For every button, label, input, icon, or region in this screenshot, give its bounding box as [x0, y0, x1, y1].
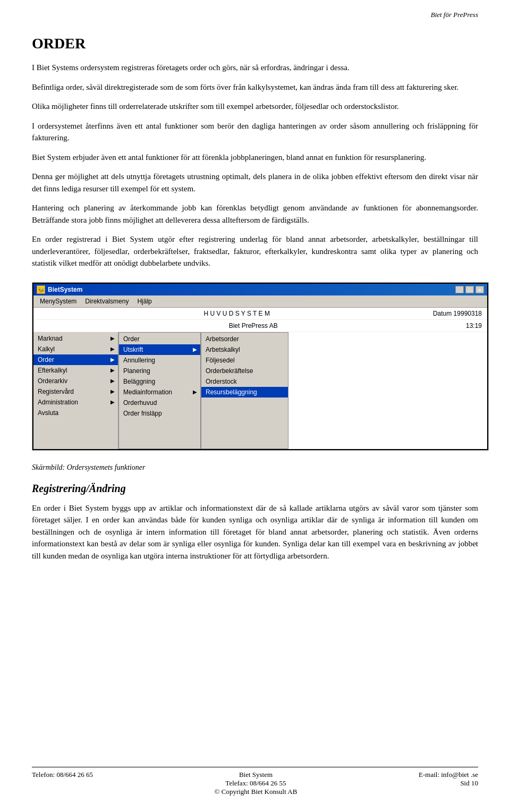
infobar-left — [39, 310, 40, 317]
order-submenu: Order Utskrift ▶ Annullering Planering B… — [118, 332, 201, 449]
arrow-icon: ▶ — [110, 357, 115, 362]
biet-window: 🐝 BietSystem _ □ × MenySystem Direktvals… — [32, 283, 488, 450]
submenu-utskrift[interactable]: Utskrift ▶ — [119, 344, 200, 355]
titlebar-buttons[interactable]: _ □ × — [455, 286, 484, 293]
header-title: Biet för PrePress — [431, 11, 478, 19]
arrow-icon: ▶ — [193, 389, 197, 395]
arrow-icon: ▶ — [110, 346, 115, 352]
arrow-icon: ▶ — [110, 335, 115, 341]
submenu-planering[interactable]: Planering — [119, 366, 200, 376]
paragraph-4: I ordersystemet återfinns även ett antal… — [32, 120, 478, 144]
footer-content: Telefon: 08/664 26 65 Biet System Telefa… — [32, 771, 478, 796]
footer-right: E-mail: info@biet .se Sid 10 — [419, 771, 478, 796]
menu-hjalp[interactable]: Hjälp — [133, 297, 156, 306]
sidebar-item-registervard[interactable]: Registervård ▶ — [33, 386, 118, 397]
paragraph-1: I Biet Systems ordersystem registreras f… — [32, 62, 478, 74]
footer-left: Telefon: 08/664 26 65 — [32, 771, 93, 796]
footer-page: Sid 10 — [419, 779, 478, 788]
titlebar: 🐝 BietSystem _ □ × — [33, 284, 487, 295]
submenu-mediainformation[interactable]: Mediainformation ▶ — [119, 387, 200, 397]
submenu-orderhuvud[interactable]: Orderhuvud — [119, 397, 200, 408]
footer-phone: Telefon: 08/664 26 65 — [32, 771, 93, 779]
arrow-icon: ▶ — [193, 346, 197, 352]
window-body: Marknad ▶ Kalkyl ▶ Order ▶ Efterkalkyl ▶… — [33, 332, 487, 449]
page-footer: Telefon: 08/664 26 65 Biet System Telefa… — [0, 767, 510, 796]
paragraph-5: Biet System erbjuder även ett antal funk… — [32, 151, 478, 164]
close-button[interactable]: × — [475, 286, 484, 293]
submenu-orderfrislagg[interactable]: Order frisläpp — [119, 408, 200, 419]
footer-copyright: © Copyright Biet Konsult AB — [215, 788, 298, 796]
menubar: MenySystem Direktvalsmeny Hjälp — [33, 295, 487, 308]
maximize-button[interactable]: □ — [465, 286, 474, 293]
infobar-company: Biet PrePress AB — [229, 322, 278, 329]
footer-fax: Telefax: 08/664 26 55 — [215, 779, 298, 788]
paragraph-3: Olika möjligheter finns till orderrelate… — [32, 100, 478, 113]
subsubmenu-foljesedel[interactable]: Följesedel — [201, 355, 288, 366]
screenshot-container: 🐝 BietSystem _ □ × MenySystem Direktvals… — [32, 282, 489, 451]
infobar2: Biet PrePress AB 13:19 — [33, 320, 487, 332]
sidebar-item-administration[interactable]: Administration ▶ — [33, 397, 118, 408]
infobar-time: 13:19 — [466, 322, 482, 329]
page-header: Biet för PrePress — [32, 11, 478, 19]
menu-menysystem[interactable]: MenySystem — [36, 297, 81, 306]
infobar: H U V U D S Y S T E M Datum 19990318 — [33, 308, 487, 320]
subsubmenu-arbetsorder[interactable]: Arbetsorder — [201, 334, 288, 344]
utskrift-submenu: Arbetsorder Arbetskalkyl Följesedel Orde… — [201, 332, 288, 449]
sidebar-item-kalkyl[interactable]: Kalkyl ▶ — [33, 344, 118, 354]
subsubmenu-resursbelaggning[interactable]: Resursbeläggning — [201, 387, 288, 397]
footer-line — [32, 767, 478, 767]
infobar-system: H U V U D S Y S T E M — [203, 310, 269, 317]
arrow-icon: ▶ — [110, 367, 115, 373]
titlebar-title: BietSystem — [48, 286, 82, 293]
footer-brand: Biet System — [215, 771, 298, 779]
subsubmenu-arbetskalkyl[interactable]: Arbetskalkyl — [201, 344, 288, 355]
biet-icon: 🐝 — [37, 285, 45, 294]
sidebar-item-marknad[interactable]: Marknad ▶ — [33, 333, 118, 344]
paragraph-8: En order registrerad i Biet System utgör… — [32, 233, 478, 269]
section-heading: Registrering/Ändring — [32, 483, 478, 495]
sidebar: Marknad ▶ Kalkyl ▶ Order ▶ Efterkalkyl ▶… — [33, 332, 118, 449]
arrow-icon: ▶ — [110, 378, 115, 384]
footer-email: E-mail: info@biet .se — [419, 771, 478, 779]
infobar-date-label: Datum 19990318 — [433, 310, 482, 317]
submenu-order[interactable]: Order — [119, 334, 200, 344]
infobar2-left — [39, 322, 40, 329]
subsubmenu-orderstock[interactable]: Orderstock — [201, 376, 288, 387]
paragraph-7: Hantering och planering av återkommande … — [32, 202, 478, 226]
sidebar-item-avsluta[interactable]: Avsluta — [33, 408, 118, 418]
paragraph-2: Befintliga order, såväl direktregisterad… — [32, 81, 478, 94]
paragraph-6: Denna ger möjlighet att dels utnyttja fö… — [32, 171, 478, 194]
minimize-button[interactable]: _ — [455, 286, 464, 293]
sidebar-item-efterkalkyl[interactable]: Efterkalkyl ▶ — [33, 365, 118, 376]
footer-center: Biet System Telefax: 08/664 26 55 © Copy… — [215, 771, 298, 796]
subsubmenu-orderbekraftelse[interactable]: Orderbekräftelse — [201, 366, 288, 376]
sidebar-item-orderarkiv[interactable]: Orderarkiv ▶ — [33, 376, 118, 386]
page-title: ORDER — [32, 35, 478, 52]
section-paragraph-1: En order i Biet System byggs upp av arti… — [32, 502, 478, 562]
titlebar-left: 🐝 BietSystem — [37, 285, 82, 294]
arrow-icon: ▶ — [110, 388, 115, 394]
sidebar-item-order[interactable]: Order ▶ — [33, 354, 118, 365]
screenshot-caption: Skärmbild: Ordersystemets funktioner — [32, 463, 478, 472]
arrow-icon: ▶ — [110, 399, 115, 405]
submenu-annullering[interactable]: Annullering — [119, 355, 200, 366]
menu-direktvalsmeny[interactable]: Direktvalsmeny — [81, 297, 133, 306]
submenu-belaggning[interactable]: Beläggning — [119, 376, 200, 387]
